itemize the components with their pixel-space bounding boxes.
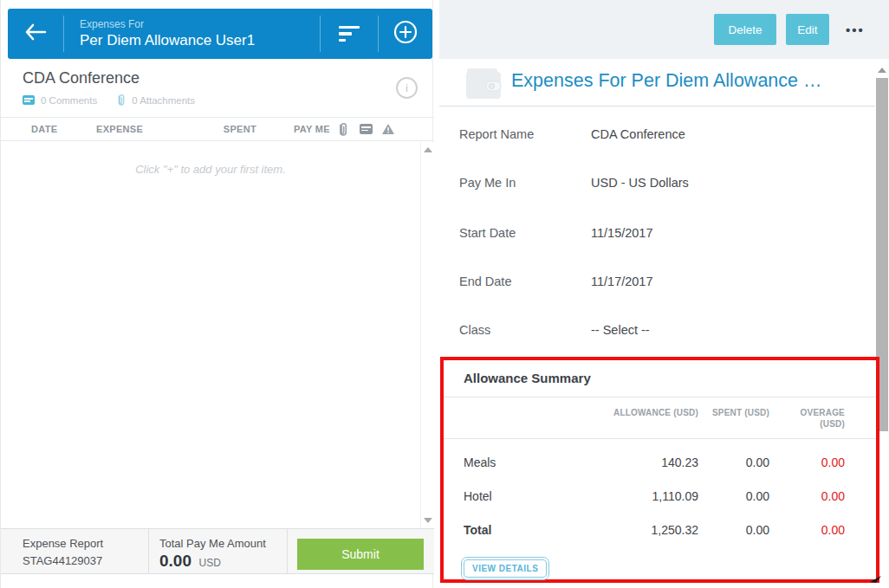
field-end-date: End Date 11/17/2017 — [439, 275, 855, 294]
comment-icon — [23, 95, 35, 105]
field-class: Class -- Select -- — [439, 323, 855, 342]
left-scrollbar[interactable] — [420, 142, 434, 528]
field-value: 11/17/2017 — [591, 275, 653, 288]
total-amount: 0.00 — [159, 552, 191, 570]
view-details-button[interactable]: VIEW DETAILS — [464, 559, 547, 578]
spent-value: 0.00 — [700, 489, 769, 503]
field-label: End Date — [459, 275, 511, 288]
allowance-value: 1,110.09 — [603, 489, 698, 503]
total-currency: USD — [199, 557, 221, 569]
allowance-row-hotel: Hotel 1,110.09 0.00 0.00 — [444, 489, 876, 507]
scroll-down-icon[interactable] — [424, 518, 432, 523]
column-spent-usd: SPENT (USD) — [700, 407, 769, 418]
divider — [444, 438, 876, 439]
field-value: USD - US Dollars — [591, 176, 689, 190]
footer-divider — [148, 529, 149, 573]
expense-list-area: Click "+" to add your first item. — [1, 142, 434, 528]
column-overage-usd: OVERAGE (USD) — [775, 407, 845, 430]
column-date: DATE — [31, 124, 57, 134]
back-arrow-icon — [24, 23, 48, 45]
field-value: -- Select -- — [591, 323, 650, 337]
paperclip-icon — [116, 94, 126, 107]
row-label: Total — [464, 523, 491, 537]
attachment-column-icon — [337, 122, 348, 137]
field-pay-me-in: Pay Me In USD - US Dollars — [439, 176, 855, 195]
spent-value: 0.00 — [700, 456, 769, 469]
row-label: Hotel — [464, 489, 492, 503]
scroll-up-icon[interactable] — [878, 68, 886, 73]
scroll-up-icon[interactable] — [424, 147, 432, 152]
allowance-row-meals: Meals 140.23 0.00 0.00 — [444, 456, 876, 473]
field-value: CDA Conference — [591, 127, 685, 141]
field-start-date: Start Date 11/15/2017 — [439, 226, 855, 245]
allowance-summary-section: Allowance Summary ALLOWANCE (USD) SPENT … — [440, 357, 879, 583]
field-label: Start Date — [459, 226, 516, 240]
empty-list-message: Click "+" to add your first item. — [1, 163, 420, 176]
overage-value: 0.00 — [775, 523, 845, 537]
expense-list-panel: Expenses For Per Diem Allowance User1 CD… — [0, 0, 433, 588]
overage-value: 0.00 — [775, 489, 845, 503]
expense-table-header: DATE EXPENSE SPENT PAY ME — [1, 117, 434, 141]
allowance-value: 1,250.32 — [603, 523, 698, 537]
divider — [444, 397, 876, 397]
comments-count[interactable]: 0 Comments — [41, 95, 97, 106]
column-payme: PAY ME — [294, 124, 330, 134]
column-spent: SPENT — [200, 124, 256, 134]
allowance-summary-title: Allowance Summary — [464, 371, 591, 385]
header-title: Per Diem Allowance User1 — [80, 31, 320, 49]
sort-icon — [339, 26, 360, 42]
expense-report-label: Expense Report — [23, 535, 103, 552]
add-expense-button[interactable] — [379, 9, 432, 59]
comment-column-icon — [360, 124, 373, 134]
submit-button[interactable]: Submit — [297, 539, 424, 570]
field-label: Report Name — [459, 127, 534, 141]
left-panel-footer: Expense Report STAG44129037 Total Pay Me… — [1, 528, 434, 574]
expense-report-id: STAG44129037 — [23, 552, 103, 570]
allowance-row-total: Total 1,250.32 0.00 0.00 — [444, 523, 876, 540]
report-name-heading: CDA Conference — [23, 69, 140, 87]
header-title-block: Expenses For Per Diem Allowance User1 — [64, 9, 320, 59]
field-report-name: Report Name CDA Conference — [439, 127, 855, 146]
detail-toolbar: Delete Edit ••• — [439, 0, 889, 59]
warning-column-icon — [381, 123, 395, 135]
spent-value: 0.00 — [700, 523, 769, 537]
wallet-icon — [464, 66, 503, 104]
expense-report-cell: Expense Report STAG44129037 — [23, 535, 103, 570]
footer-divider — [287, 529, 288, 573]
report-detail-panel: Delete Edit ••• Expenses For Per Diem Al… — [439, 0, 889, 588]
detail-title-row: Expenses For Per Diem Allowance … — [439, 59, 875, 107]
allowance-value: 140.23 — [603, 456, 698, 469]
more-actions-button[interactable]: ••• — [836, 14, 874, 45]
header-subtitle: Expenses For — [80, 18, 320, 31]
report-info-button[interactable]: i — [396, 77, 418, 99]
left-panel-header: Expenses For Per Diem Allowance User1 — [8, 9, 432, 59]
report-meta-row: 0 Comments 0 Attachments — [23, 94, 195, 107]
back-button[interactable] — [8, 9, 63, 59]
overage-value: 0.00 — [775, 456, 845, 469]
total-pay-me-cell: Total Pay Me Amount 0.00 USD — [159, 535, 266, 572]
expense-app-window: Expenses For Per Diem Allowance User1 CD… — [0, 0, 889, 588]
delete-button[interactable]: Delete — [714, 14, 776, 45]
field-label: Class — [459, 323, 490, 337]
mouse-cursor — [869, 571, 883, 588]
attachments-count[interactable]: 0 Attachments — [132, 95, 195, 106]
column-allowance-usd: ALLOWANCE (USD) — [603, 407, 698, 418]
field-value: 11/15/2017 — [591, 226, 653, 240]
row-label: Meals — [464, 456, 496, 469]
edit-button[interactable]: Edit — [786, 14, 829, 45]
info-icon: i — [406, 81, 408, 94]
total-pay-me-label: Total Pay Me Amount — [159, 535, 266, 552]
sort-button[interactable] — [321, 9, 378, 59]
plus-circle-icon — [393, 20, 418, 48]
detail-title: Expenses For Per Diem Allowance … — [511, 70, 821, 92]
column-expense: EXPENSE — [96, 124, 143, 134]
field-label: Pay Me In — [459, 176, 516, 190]
detail-content: Expenses For Per Diem Allowance … Report… — [439, 59, 889, 588]
